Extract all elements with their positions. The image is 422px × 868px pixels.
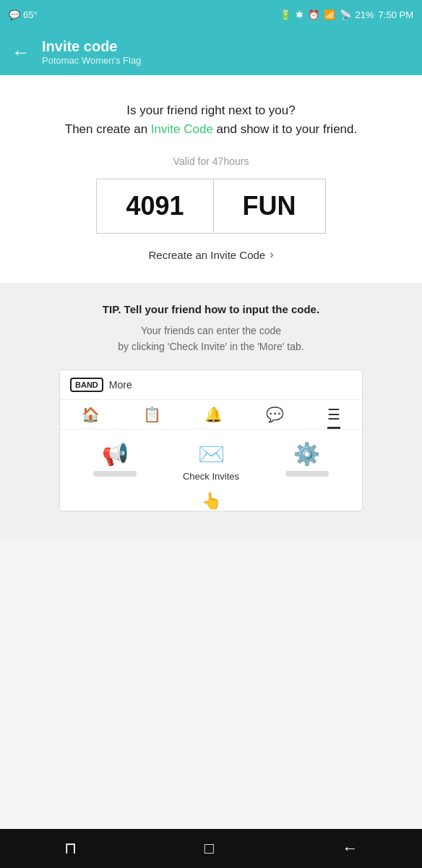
- battery-icon: 🔋: [280, 9, 291, 20]
- desc-line2: Then create an: [65, 122, 151, 136]
- alarm-icon: ⏰: [308, 9, 319, 20]
- mini-item-settings: ⚙️: [259, 441, 355, 477]
- more-label: More: [109, 379, 132, 391]
- recreate-button[interactable]: Recreate an Invite Code ›: [17, 248, 405, 261]
- chevron-icon: ›: [270, 248, 273, 261]
- gear-icon: ⚙️: [293, 441, 320, 467]
- envelope-icon: ✉️: [198, 441, 225, 467]
- mini-menu-icon: ☰: [327, 406, 340, 423]
- status-bar: 💬 65° 🔋 ✱ ⏰ 📶 📡 21% 7:50 PM: [0, 0, 422, 29]
- megaphone-label-bar: [93, 471, 137, 477]
- tip-description: Your friends can enter the codeby clicki…: [17, 323, 405, 355]
- back-button[interactable]: ←: [12, 43, 30, 61]
- desc-line3: and show it to your friend.: [213, 122, 357, 136]
- temperature: 65°: [23, 9, 38, 20]
- main-content: Is your friend right next to you? Then c…: [0, 75, 422, 283]
- bottom-back-icon[interactable]: ⊓: [64, 839, 77, 858]
- mini-calendar-icon: 📋: [143, 406, 161, 423]
- mini-home-icon: 🏠: [82, 406, 100, 423]
- chat-icon: 💬: [9, 9, 20, 20]
- code-number: 4091: [96, 179, 212, 234]
- nav-subtitle: Potomac Women's Flag: [42, 55, 141, 66]
- tip-section: TIP. Tell your friend how to input the c…: [0, 283, 422, 540]
- check-invites-label: Check Invites: [183, 471, 239, 482]
- settings-label-bar: [285, 471, 329, 477]
- mini-item-megaphone: 📢: [67, 441, 163, 477]
- code-word: FUN: [213, 179, 326, 234]
- bluetooth-icon: ✱: [296, 9, 303, 20]
- desc-line1: Is your friend right next to you?: [126, 103, 295, 117]
- description-text: Is your friend right next to you? Then c…: [17, 101, 405, 138]
- mini-app-header: BAND More: [60, 370, 362, 400]
- tip-title: TIP. Tell your friend how to input the c…: [17, 303, 405, 315]
- mini-app-preview: BAND More 🏠 📋 🔔 💬 ☰ 📢 ✉️ Check Invites ⚙…: [59, 370, 363, 511]
- bottom-home-icon[interactable]: □: [204, 839, 214, 858]
- valid-text: Valid for 47hours: [17, 156, 405, 167]
- band-logo: BAND: [70, 378, 103, 392]
- code-container: 4091 FUN: [17, 179, 405, 234]
- signal-icon: 📡: [340, 9, 351, 20]
- megaphone-icon: 📢: [102, 441, 129, 467]
- nav-bar: ← Invite code Potomac Women's Flag: [0, 29, 422, 75]
- bottom-nav: ⊓ □ ←: [0, 829, 422, 868]
- mini-chat-icon: 💬: [266, 406, 284, 423]
- invite-code-link[interactable]: Invite Code: [151, 122, 213, 136]
- status-right: 🔋 ✱ ⏰ 📶 📡 21% 7:50 PM: [280, 9, 413, 20]
- cursor-pointer: 👆: [60, 492, 362, 511]
- nav-title: Invite code: [42, 38, 141, 55]
- mini-content-row: 📢 ✉️ Check Invites ⚙️: [60, 430, 362, 496]
- mini-nav-bar: 🏠 📋 🔔 💬 ☰: [60, 400, 362, 430]
- battery-percent: 21%: [356, 9, 374, 20]
- mini-bell-icon: 🔔: [204, 406, 223, 423]
- mini-item-check-invites[interactable]: ✉️ Check Invites: [163, 441, 259, 482]
- nav-title-group: Invite code Potomac Women's Flag: [42, 38, 141, 66]
- status-left: 💬 65°: [9, 9, 38, 20]
- recreate-label: Recreate an Invite Code: [148, 249, 265, 261]
- wifi-icon: 📶: [324, 9, 335, 20]
- time: 7:50 PM: [379, 9, 413, 20]
- bottom-recents-icon[interactable]: ←: [342, 839, 358, 858]
